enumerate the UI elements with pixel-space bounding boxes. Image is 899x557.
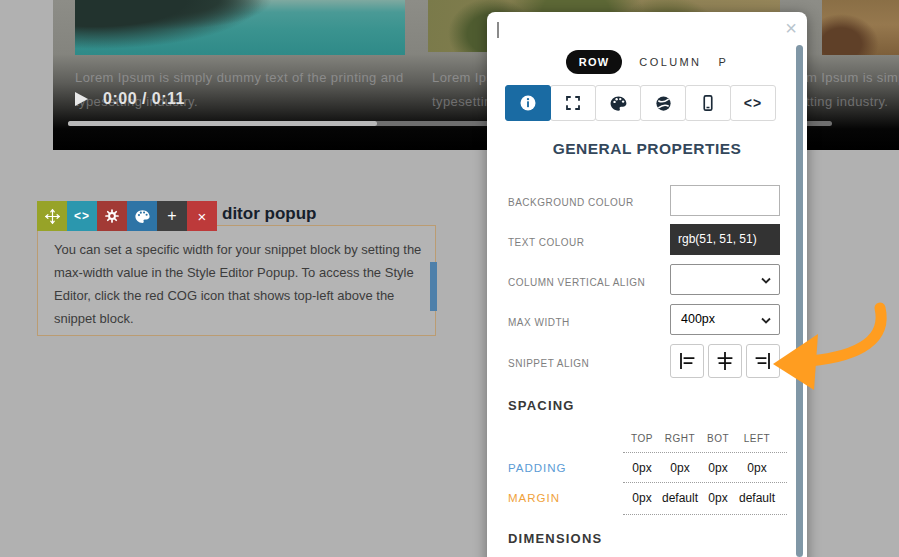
style-palette-button[interactable] bbox=[127, 201, 157, 231]
snippet-toolbar: <> + × bbox=[37, 201, 217, 231]
spacing-title: SPACING bbox=[508, 398, 575, 413]
align-right-icon bbox=[753, 351, 773, 371]
snippet-align-label: SNIPPET ALIGN bbox=[508, 358, 663, 369]
carousel-caption-3-line2: tting industry. bbox=[806, 94, 888, 109]
video-time: 0:00 / 0:11 bbox=[103, 90, 185, 108]
element-tab-row: ROW COLUMN P bbox=[487, 50, 807, 74]
divider bbox=[623, 514, 787, 515]
align-left-button[interactable] bbox=[670, 344, 704, 378]
settings-cog-button[interactable] bbox=[97, 201, 127, 231]
shutter-icon bbox=[654, 94, 673, 113]
chevron-down-icon bbox=[761, 317, 771, 324]
padding-values: 0px 0px 0px 0px bbox=[627, 461, 781, 475]
background-colour-label: BACKGROUND COLOUR bbox=[508, 197, 663, 208]
carousel-image-field bbox=[822, 0, 899, 55]
divider bbox=[623, 452, 787, 453]
tab-crop[interactable] bbox=[550, 85, 596, 121]
max-width-label: MAX WIDTH bbox=[508, 317, 663, 328]
text-caret bbox=[497, 22, 499, 38]
popup-close-icon[interactable]: × bbox=[785, 18, 797, 38]
column-vertical-align-select[interactable] bbox=[670, 264, 780, 295]
background-colour-input[interactable] bbox=[670, 185, 780, 216]
tab-info[interactable] bbox=[505, 85, 551, 121]
video-progress-fill bbox=[68, 121, 377, 126]
tab-mobile[interactable] bbox=[685, 85, 731, 121]
dimensions-title: DIMENSIONS bbox=[508, 531, 602, 546]
tab-style[interactable] bbox=[595, 85, 641, 121]
padding-left-value[interactable]: 0px bbox=[733, 461, 781, 475]
close-icon: × bbox=[198, 208, 207, 225]
divider bbox=[623, 482, 787, 483]
tab-p[interactable]: P bbox=[718, 56, 728, 68]
crop-corners-icon bbox=[564, 94, 582, 112]
info-icon bbox=[518, 93, 538, 113]
padding-link[interactable]: PADDING bbox=[508, 462, 567, 474]
margin-left-value[interactable]: default bbox=[733, 491, 781, 505]
tab-code[interactable]: <> bbox=[730, 85, 776, 121]
align-center-icon bbox=[715, 351, 735, 371]
code-icon: <> bbox=[74, 209, 90, 223]
play-icon[interactable] bbox=[75, 92, 88, 106]
carousel-caption-1-line1: Lorem Ipsum is simply dummy text of the … bbox=[75, 70, 404, 85]
snippet-scroll-indicator bbox=[430, 262, 437, 311]
snippet-heading: ditor popup bbox=[222, 204, 316, 224]
text-colour-input[interactable]: rgb(51, 51, 51) bbox=[670, 224, 780, 255]
palette-icon bbox=[609, 94, 628, 113]
margin-values: 0px default 0px default bbox=[627, 491, 781, 505]
margin-right-value[interactable]: default bbox=[657, 491, 703, 505]
carousel-caption-3-line1: m Ipsum is simply bbox=[806, 70, 899, 85]
snippet-block: You can set a specific width for your sn… bbox=[37, 225, 436, 336]
tab-animation[interactable] bbox=[640, 85, 686, 121]
margin-bottom-value[interactable]: 0px bbox=[703, 491, 733, 505]
code-icon: <> bbox=[744, 95, 762, 111]
snippet-body-text: You can set a specific width for your sn… bbox=[54, 238, 426, 330]
carousel-image-sea bbox=[75, 0, 405, 55]
mobile-icon bbox=[699, 94, 717, 112]
delete-button[interactable]: × bbox=[187, 201, 217, 231]
padding-right-value[interactable]: 0px bbox=[657, 461, 703, 475]
tab-row[interactable]: ROW bbox=[566, 50, 622, 74]
tab-column[interactable]: COLUMN bbox=[639, 56, 701, 68]
gear-icon bbox=[104, 208, 120, 224]
move-icon bbox=[44, 208, 61, 225]
column-vertical-align-label: COLUMN VERTICAL ALIGN bbox=[508, 277, 663, 288]
snippet-align-group bbox=[670, 344, 780, 378]
add-button[interactable]: + bbox=[157, 201, 187, 231]
margin-link[interactable]: MARGIN bbox=[508, 492, 560, 504]
plus-icon: + bbox=[167, 207, 176, 225]
align-center-button[interactable] bbox=[708, 344, 742, 378]
padding-top-value[interactable]: 0px bbox=[627, 461, 657, 475]
property-icon-tabs: <> bbox=[506, 85, 776, 121]
text-colour-label: TEXT COLOUR bbox=[508, 237, 663, 248]
margin-top-value[interactable]: 0px bbox=[627, 491, 657, 505]
style-editor-popup: × ROW COLUMN P bbox=[487, 12, 807, 557]
code-button[interactable]: <> bbox=[67, 201, 97, 231]
align-right-button[interactable] bbox=[746, 344, 780, 378]
popup-scrollbar[interactable] bbox=[796, 45, 803, 557]
chevron-down-icon bbox=[761, 277, 771, 284]
align-left-icon bbox=[677, 351, 697, 371]
padding-bottom-value[interactable]: 0px bbox=[703, 461, 733, 475]
screenshot-canvas: Lorem Ipsum is simply dummy text of the … bbox=[0, 0, 899, 557]
section-title: GENERAL PROPERTIES bbox=[487, 140, 807, 158]
move-button[interactable] bbox=[37, 201, 67, 231]
max-width-select[interactable]: 400px bbox=[670, 304, 780, 335]
spacing-column-headers: TOP RGHT BOT LEFT bbox=[627, 433, 781, 444]
palette-icon bbox=[134, 208, 151, 225]
